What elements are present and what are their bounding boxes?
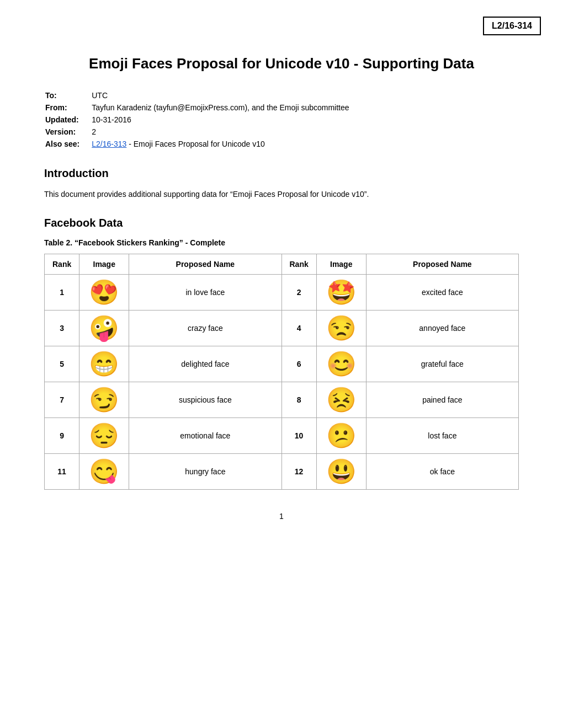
emoji-right-4: 😕: [316, 418, 366, 454]
table-caption-suffix: - Complete: [183, 238, 225, 247]
facebook-data-title: Facebook Data: [44, 217, 519, 229]
col-header-rank2: Rank: [282, 254, 316, 275]
name-right-4: lost face: [366, 418, 518, 454]
emoji-left-5: 😋: [79, 454, 129, 490]
col-header-image2: Image: [316, 254, 366, 275]
rank-right-2: 6: [282, 346, 316, 382]
name-left-3: suspicious face: [129, 382, 282, 418]
name-right-2: grateful face: [366, 346, 518, 382]
page-number: 1: [44, 512, 519, 521]
rank-right-0: 2: [282, 275, 316, 311]
col-header-rank1: Rank: [45, 254, 79, 275]
name-left-0: in love face: [129, 275, 282, 311]
page-title: Emoji Faces Proposal for Unicode v10 - S…: [44, 55, 519, 72]
rank-left-5: 11: [45, 454, 79, 490]
name-right-5: ok face: [366, 454, 518, 490]
meta-version-value: 2: [92, 126, 349, 137]
rank-left-2: 5: [45, 346, 79, 382]
meta-table: To: UTC From: Tayfun Karadeniz (tayfun@E…: [44, 89, 350, 151]
emoji-left-4: 😔: [79, 418, 129, 454]
meta-updated-label: Updated:: [45, 114, 91, 125]
col-header-name2: Proposed Name: [366, 254, 518, 275]
name-left-4: emotional face: [129, 418, 282, 454]
meta-also-see-label: Also see:: [45, 138, 91, 149]
name-right-1: annoyed face: [366, 311, 518, 346]
emoji-right-2: 😊: [316, 346, 366, 382]
name-left-1: crazy face: [129, 311, 282, 346]
rank-right-4: 10: [282, 418, 316, 454]
emoji-left-0: 😍: [79, 275, 129, 311]
table-row: 3 🤪 crazy face 4 😒 annoyed face: [45, 311, 519, 346]
facebook-stickers-table: Rank Image Proposed Name Rank Image Prop…: [44, 254, 519, 490]
col-header-image1: Image: [79, 254, 129, 275]
table-row: 5 😁 delighted face 6 😊 grateful face: [45, 346, 519, 382]
emoji-right-0: 🤩: [316, 275, 366, 311]
doc-id-badge: L2/16-314: [483, 17, 541, 35]
rank-left-1: 3: [45, 311, 79, 346]
emoji-left-1: 🤪: [79, 311, 129, 346]
rank-left-0: 1: [45, 275, 79, 311]
table-caption-bold: Table 2. “Facebook Stickers Ranking”: [44, 238, 183, 247]
table-caption: Table 2. “Facebook Stickers Ranking” - C…: [44, 238, 519, 247]
emoji-right-5: 😃: [316, 454, 366, 490]
meta-from-label: From:: [45, 102, 91, 113]
name-right-3: pained face: [366, 382, 518, 418]
table-row: 9 😔 emotional face 10 😕 lost face: [45, 418, 519, 454]
meta-updated-value: 10-31-2016: [92, 114, 349, 125]
table-row: 7 😏 suspicious face 8 😣 pained face: [45, 382, 519, 418]
meta-to-value: UTC: [92, 90, 349, 101]
also-see-link[interactable]: L2/16-313: [92, 140, 126, 148]
introduction-title: Introduction: [44, 167, 519, 180]
rank-right-5: 12: [282, 454, 316, 490]
emoji-left-3: 😏: [79, 382, 129, 418]
introduction-para: This document provides additional suppor…: [44, 189, 519, 200]
rank-right-1: 4: [282, 311, 316, 346]
table-row: 11 😋 hungry face 12 😃 ok face: [45, 454, 519, 490]
col-header-name1: Proposed Name: [129, 254, 282, 275]
emoji-right-1: 😒: [316, 311, 366, 346]
meta-version-label: Version:: [45, 126, 91, 137]
name-left-5: hungry face: [129, 454, 282, 490]
meta-to-label: To:: [45, 90, 91, 101]
rank-right-3: 8: [282, 382, 316, 418]
rank-left-4: 9: [45, 418, 79, 454]
meta-from-value: Tayfun Karadeniz (tayfun@EmojixPress.com…: [92, 102, 349, 113]
emoji-left-2: 😁: [79, 346, 129, 382]
table-row: 1 😍 in love face 2 🤩 excited face: [45, 275, 519, 311]
name-right-0: excited face: [366, 275, 518, 311]
rank-left-3: 7: [45, 382, 79, 418]
name-left-2: delighted face: [129, 346, 282, 382]
also-see-suffix: - Emoji Faces Proposal for Unicode v10: [126, 140, 265, 148]
emoji-right-3: 😣: [316, 382, 366, 418]
meta-also-see-value: L2/16-313 - Emoji Faces Proposal for Uni…: [92, 138, 349, 149]
